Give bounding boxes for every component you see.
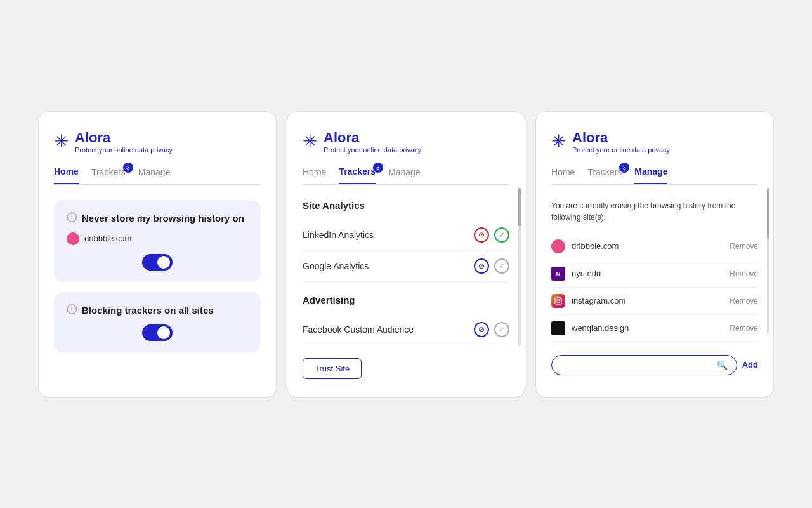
manage-site-left-nyu: N nyu.edu xyxy=(551,267,601,281)
tab-trackers-3[interactable]: Trackers 3 xyxy=(587,166,622,184)
google-allow-icon[interactable]: ✓ xyxy=(494,258,509,274)
logo-text-3: Alora Protect your online data privacy xyxy=(572,130,670,154)
manage-wenqian-name: wenqian.design xyxy=(572,323,629,333)
remove-nyu-button[interactable]: Remove xyxy=(730,269,758,278)
dribbble-site-name: dribbble.com xyxy=(84,234,131,243)
manage-instagram-favicon xyxy=(551,294,565,308)
info-icon-2: ⓘ xyxy=(67,304,77,317)
alora-logo-icon-3: ✳ xyxy=(551,133,566,150)
tab-home-1[interactable]: Home xyxy=(54,166,79,184)
browsing-history-card: ⓘ Never store my browsing history on dri… xyxy=(54,200,261,282)
trust-site-button[interactable]: Trust Site xyxy=(303,358,362,379)
search-input[interactable] xyxy=(561,360,713,370)
google-block-icon[interactable]: ⊘ xyxy=(474,258,489,274)
trackers-scrollbar-track xyxy=(518,188,521,346)
trackers-badge-2: 3 xyxy=(373,163,383,173)
manage-nyu-name: nyu.edu xyxy=(572,269,601,278)
search-row: 🔍 Add xyxy=(551,355,758,375)
brand-tagline: Protect your online data privacy xyxy=(75,146,173,154)
brand-tagline-2: Protect your online data privacy xyxy=(324,146,421,154)
facebook-allow-icon[interactable]: ✓ xyxy=(494,322,509,337)
manage-nyu-favicon: N xyxy=(551,267,565,281)
toggle-container-2 xyxy=(67,324,248,341)
manage-instagram-name: instagram.com xyxy=(572,296,625,305)
tab-home-2[interactable]: Home xyxy=(303,166,326,184)
manage-scrollbar-track xyxy=(767,188,769,333)
manage-site-left-instagram: instagram.com xyxy=(551,294,625,308)
card2-title: ⓘ Blocking trackers on all sites xyxy=(67,304,248,317)
manage-site-left-wenqian: wenqian.design xyxy=(551,321,629,335)
manage-wenqian-favicon xyxy=(551,321,565,335)
card1-title: ⓘ Never store my browsing history on xyxy=(67,211,248,225)
brand-name: Alora xyxy=(75,130,173,146)
logo-area-2: ✳ Alora Protect your online data privacy xyxy=(303,130,509,154)
blocking-trackers-card: ⓘ Blocking trackers on all sites xyxy=(54,292,261,352)
info-icon-1: ⓘ xyxy=(67,211,77,225)
toggle-container-1 xyxy=(67,254,248,271)
trackers-badge-1: 3 xyxy=(123,163,133,173)
tab-trackers-2[interactable]: Trackers 3 xyxy=(339,166,376,184)
svg-rect-0 xyxy=(555,297,562,304)
google-analytics-name: Google Analytics xyxy=(303,261,369,271)
site-row-dribbble: dribbble.com xyxy=(67,232,248,245)
logo-text-2: Alora Protect your online data privacy xyxy=(324,130,421,154)
site-analytics-title: Site Analytics xyxy=(303,200,509,211)
logo-text: Alora Protect your online data privacy xyxy=(75,130,173,154)
search-icon: 🔍 xyxy=(717,360,728,370)
nav-tabs-trackers: Home Trackers 3 Manage xyxy=(303,166,509,185)
nav-tabs-manage: Home Trackers 3 Manage xyxy=(551,166,758,185)
manage-dribbble-name: dribbble.com xyxy=(572,241,619,251)
search-input-wrap: 🔍 xyxy=(551,355,737,375)
google-analytics-row: Google Analytics ⊘ ✓ xyxy=(303,251,509,282)
brand-tagline-3: Protect your online data privacy xyxy=(572,146,670,154)
panel-trackers: ✳ Alora Protect your online data privacy… xyxy=(287,111,525,398)
linkedin-analytics-name: LinkedIn Analytics xyxy=(303,230,374,240)
brand-name-3: Alora xyxy=(572,130,670,146)
blocking-trackers-toggle[interactable] xyxy=(142,324,173,341)
manage-scrollbar-thumb[interactable] xyxy=(767,188,769,239)
add-button[interactable]: Add xyxy=(742,360,758,370)
panel-home: ✳ Alora Protect your online data privacy… xyxy=(38,111,277,398)
facebook-audience-icons: ⊘ ✓ xyxy=(474,322,509,337)
manage-dribbble-favicon xyxy=(551,239,565,253)
tab-manage-3[interactable]: Manage xyxy=(634,166,667,184)
svg-point-2 xyxy=(560,298,561,299)
facebook-block-icon[interactable]: ⊘ xyxy=(474,322,489,337)
manage-site-left-dribbble: dribbble.com xyxy=(551,239,619,253)
facebook-audience-row: Facebook Custom Audience ⊘ ✓ xyxy=(303,314,509,345)
brand-name-2: Alora xyxy=(324,130,421,146)
remove-wenqian-button[interactable]: Remove xyxy=(730,324,758,333)
tab-manage-1[interactable]: Manage xyxy=(138,166,171,184)
logo-area: ✳ Alora Protect your online data privacy xyxy=(54,130,261,154)
advertising-section: Advertising Facebook Custom Audience ⊘ ✓ xyxy=(303,295,509,345)
linkedin-block-icon[interactable]: ⊘ xyxy=(474,227,489,243)
manage-site-dribbble: dribbble.com Remove xyxy=(551,233,758,260)
manage-sites-list: dribbble.com Remove N nyu.edu Remove xyxy=(551,233,758,342)
manage-site-instagram: instagram.com Remove xyxy=(551,288,758,315)
site-analytics-section: Site Analytics LinkedIn Analytics ⊘ ✓ Go… xyxy=(303,200,509,282)
svg-point-1 xyxy=(557,299,560,302)
tab-trackers-1[interactable]: Trackers 3 xyxy=(91,166,126,184)
trackers-badge-3: 3 xyxy=(619,163,629,173)
manage-site-nyu: N nyu.edu Remove xyxy=(551,260,758,288)
alora-logo-icon-2: ✳ xyxy=(303,133,317,150)
linkedin-allow-icon[interactable]: ✓ xyxy=(494,227,509,243)
nav-tabs-home: Home Trackers 3 Manage xyxy=(54,166,261,185)
logo-area-3: ✳ Alora Protect your online data privacy xyxy=(551,130,758,154)
dribbble-favicon xyxy=(67,232,79,245)
trackers-scrollbar-thumb[interactable] xyxy=(518,188,521,226)
panel-manage: ✳ Alora Protect your online data privacy… xyxy=(535,111,774,398)
facebook-audience-name: Facebook Custom Audience xyxy=(303,324,414,335)
manage-site-wenqian: wenqian.design Remove xyxy=(551,315,758,342)
remove-dribbble-button[interactable]: Remove xyxy=(730,242,758,251)
alora-logo-icon: ✳ xyxy=(54,133,69,150)
browsing-history-toggle[interactable] xyxy=(142,254,173,271)
tab-manage-2[interactable]: Manage xyxy=(388,166,421,184)
remove-instagram-button[interactable]: Remove xyxy=(730,297,758,305)
linkedin-analytics-row: LinkedIn Analytics ⊘ ✓ xyxy=(303,220,509,251)
google-analytics-icons: ⊘ ✓ xyxy=(474,258,509,274)
tab-home-3[interactable]: Home xyxy=(551,166,575,184)
advertising-title: Advertising xyxy=(303,295,509,305)
linkedin-analytics-icons: ⊘ ✓ xyxy=(474,227,509,243)
manage-description: You are currently erasing the browsing h… xyxy=(551,200,758,223)
